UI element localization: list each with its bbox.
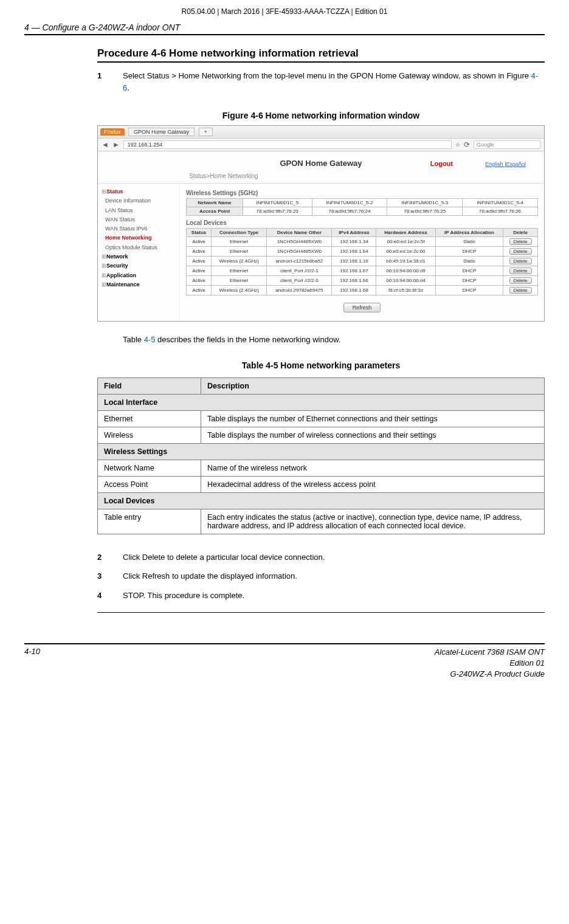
logout-link[interactable]: Logout — [430, 160, 453, 167]
wireless-table: Network Name INFINITUM0D1C_5 INFINITUM0D… — [186, 198, 538, 216]
cell: b0:45:19:1a:38:d1 — [376, 257, 435, 266]
cell: 192.168.1.66 — [332, 276, 376, 286]
sidebar-item[interactable]: WAN Status IPv6 — [102, 224, 176, 233]
table-title: Table 4-5 Home networking parameters — [97, 360, 545, 370]
cell: Wireless (2.4GHz) — [212, 286, 267, 295]
footer-text: Alcatel-Lucent 7368 ISAM ONT — [435, 647, 545, 658]
step-text: . — [127, 83, 129, 92]
cell: DHCP — [435, 286, 503, 295]
cell: 78:ad9d:9fb7:76:25 — [387, 207, 463, 216]
table-row: Access Point 78:ad9d:9fb7:76:23 78:ad9d:… — [187, 207, 538, 216]
sidebar-item[interactable]: Device Information — [102, 196, 176, 205]
delete-button[interactable]: Delete — [509, 287, 532, 294]
cell: Delete — [503, 266, 538, 276]
cell: 00:10:94:00:00:d9 — [376, 266, 435, 276]
sidebar-item[interactable]: Optics Module Status — [102, 243, 176, 252]
cell: f8:cf:c5:3b:8f:3d — [376, 286, 435, 295]
table-header-row: Field Description — [98, 378, 545, 394]
figure-screenshot: Firefox GPON Home Gateway + ◄ ► 192.168.… — [97, 125, 545, 322]
sidebar-maintenance[interactable]: Maintenance — [102, 280, 176, 289]
address-bar[interactable]: 192.168.1.254 — [123, 140, 452, 149]
col-header: Device Name Other — [267, 229, 332, 237]
table-ref-link[interactable]: 4-5 — [144, 335, 156, 344]
gateway-title: GPON Home Gateway — [280, 159, 362, 168]
delete-button[interactable]: Delete — [509, 258, 532, 264]
sidebar-network[interactable]: Network — [102, 252, 176, 261]
sidebar-item[interactable]: LAN Status — [102, 206, 176, 215]
section-row: Wireless Settings — [98, 443, 545, 460]
table-row: ActiveEthernet1NCH5GH4485XW0192.168.1.34… — [187, 237, 538, 247]
cell: Wireless (2.4GHz) — [212, 257, 267, 266]
cell: INFINITUM0D1C_5-4 — [463, 199, 538, 207]
table-header-row: Status Connection Type Device Name Other… — [187, 229, 538, 237]
sidebar-item-active[interactable]: Home Networking — [102, 233, 176, 243]
bookmark-icon[interactable]: ☆ — [455, 142, 460, 148]
cell: Delete — [503, 237, 538, 247]
field-cell: Ethernet — [98, 410, 201, 427]
cell: Delete — [503, 286, 538, 295]
after-figure-text: Table 4-5 describes the fields in the Ho… — [123, 334, 545, 346]
search-box[interactable]: Google — [474, 140, 540, 149]
chapter-heading: 4 — Configure a G-240WZ-A indoor ONT — [24, 21, 545, 35]
col-header: Connection Type — [212, 229, 267, 237]
forward-icon[interactable]: ► — [112, 140, 120, 149]
delete-button[interactable]: Delete — [509, 277, 532, 284]
cell: 78:ad9d:9fb7:76:23 — [243, 207, 312, 216]
cell: DHCP — [435, 266, 503, 276]
cell: Ethernet — [212, 247, 267, 257]
row-header: Network Name — [187, 199, 243, 207]
table-row: WirelessTable displays the number of wir… — [98, 427, 545, 443]
table-row: Access PointHexadecimal address of the w… — [98, 476, 545, 492]
step-number: 1 — [97, 70, 123, 94]
reload-icon[interactable]: ⟳ — [464, 140, 470, 149]
browser-tab-bar: Firefox GPON Home Gateway + — [98, 126, 544, 139]
step-1: 1 Select Status > Home Networking from t… — [97, 70, 545, 94]
new-tab-button[interactable]: + — [199, 128, 213, 136]
back-icon[interactable]: ◄ — [102, 140, 109, 149]
table-row: Table entryEach entry indicates the stat… — [98, 509, 545, 534]
section-cell: Local Interface — [98, 394, 545, 410]
sidebar-item[interactable]: WAN Status — [102, 215, 176, 224]
cell: Delete — [503, 276, 538, 286]
language-links[interactable]: English |Español — [485, 161, 526, 167]
refresh-button[interactable]: Refresh — [343, 303, 381, 312]
col-header: IPv4 Address — [332, 229, 376, 237]
cell: Ethernet — [212, 266, 267, 276]
procedure-title: Procedure 4-6 Home networking informatio… — [97, 47, 545, 63]
cell: INFINITUM0D1C_5 — [243, 199, 312, 207]
desc-cell: Hexadecimal address of the wireless acce… — [201, 476, 545, 492]
doc-header: R05.04.00 | March 2016 | 3FE-45933-AAAA-… — [24, 6, 545, 21]
local-devices-label: Local Devices — [186, 219, 538, 226]
section-row: Local Interface — [98, 394, 545, 410]
footer-text: Edition 01 — [435, 658, 545, 669]
col-header: Field — [98, 378, 201, 394]
cell: DHCP — [435, 247, 503, 257]
firefox-menu-button[interactable]: Firefox — [100, 128, 125, 136]
cell: 192.168.1.67 — [332, 266, 376, 276]
cell: client_Port //2/2-1 — [267, 266, 332, 276]
cell: Ethernet — [212, 237, 267, 247]
col-header: IP Address Allocation — [435, 229, 503, 237]
figure-title: Figure 4-6 Home networking information w… — [97, 111, 545, 120]
browser-tab[interactable]: GPON Home Gateway — [128, 128, 195, 136]
table-row: ActiveWireless (2.4GHz)android-29782a694… — [187, 286, 538, 295]
delete-button[interactable]: Delete — [509, 248, 532, 255]
parameters-table: Field Description Local Interface Ethern… — [97, 378, 545, 534]
cell: 192.168.1.16 — [332, 257, 376, 266]
cell: Active — [187, 257, 212, 266]
delete-button[interactable]: Delete — [509, 267, 532, 274]
sidebar-application[interactable]: Application — [102, 271, 176, 280]
col-header: Hardware Address — [376, 229, 435, 237]
delete-button[interactable]: Delete — [509, 238, 532, 245]
sidebar-status[interactable]: Status — [102, 187, 176, 196]
browser-toolbar: ◄ ► 192.168.1.254 ☆ ⟳ Google — [98, 139, 544, 151]
cell: 1NCH5GH4485XW0 — [267, 247, 332, 257]
desc-cell: Name of the wireless network — [201, 460, 545, 476]
gateway-header: GPON Home Gateway Logout English |Españo… — [98, 151, 544, 171]
cell: 00:e0:ed:1e:2c:60 — [376, 247, 435, 257]
cell: Delete — [503, 257, 538, 266]
step-body: Click Delete to delete a particular loca… — [123, 551, 545, 564]
section-cell: Local Devices — [98, 492, 545, 509]
sidebar-security[interactable]: Security — [102, 261, 176, 271]
table-row: EthernetTable displays the number of Eth… — [98, 410, 545, 427]
